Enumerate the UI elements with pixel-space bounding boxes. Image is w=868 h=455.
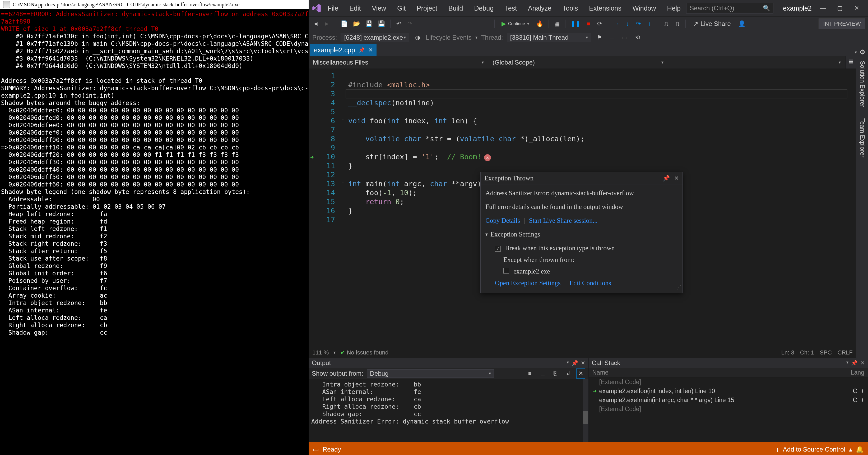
callstack-row[interactable]: [External Code] [589,404,868,414]
menu-extensions[interactable]: Extensions [586,3,624,14]
gear-icon[interactable]: ⚙ [860,49,865,56]
step-over-button[interactable]: ↷ [634,19,643,29]
process-dropdown[interactable]: [6248] example2.exe ▾ [341,33,409,42]
flag-icon[interactable]: ⚑ [595,32,604,42]
callstack-row[interactable]: [External Code] [589,377,868,387]
collapse-icon[interactable]: - [341,117,345,121]
copy-details-link[interactable]: Copy Details [486,217,520,224]
menu-debug[interactable]: Debug [472,3,496,14]
lifecycle-icon[interactable]: ◑ [413,32,422,42]
close-tab-icon[interactable]: ✕ [368,47,373,53]
collapse-icon[interactable]: - [341,180,345,184]
menu-tools[interactable]: Tools [560,3,581,14]
open-button[interactable]: 📂 [351,19,362,29]
break-when-row[interactable]: Break when this exception type is thrown [495,244,678,253]
pin-icon[interactable]: 📌 [663,174,670,183]
cursor-col[interactable]: Ch: 1 [800,349,814,356]
chevron-up-icon[interactable]: ▴ [849,446,852,453]
step-into-button[interactable]: ↓ [623,19,632,29]
save-button[interactable]: 💾 [364,19,374,29]
minimize-button[interactable]: — [815,3,831,13]
menu-test[interactable]: Test [502,3,520,14]
misc-icon[interactable]: ⎍ [662,19,671,29]
nav-member-dropdown[interactable]: ▾ [668,56,845,68]
add-source-control[interactable]: Add to Source Control [783,446,845,453]
feedback-icon[interactable]: 👤 [737,19,747,29]
undo-button[interactable]: ↶ [394,19,403,29]
exception-popup[interactable]: Exception Thrown 📌 ✕ Address Sanitizer E… [480,172,683,293]
indent-mode[interactable]: SPC [819,349,832,356]
issues-label[interactable]: No issues found [347,349,389,356]
nav-fwd-button[interactable]: ► [322,19,331,29]
int-preview-badge[interactable]: INT PREVIEW [818,19,865,29]
callstack-header[interactable]: Call Stack ▾ 📌 ✕ [589,358,868,368]
callstack-body[interactable]: [External Code] ➜ example2.exe!foo(int i… [589,377,868,442]
output-source-dropdown[interactable]: Debug ▾ [367,369,494,378]
close-icon[interactable]: ✕ [860,360,865,366]
misc-icon[interactable]: ⎍ [673,19,682,29]
except-item-row[interactable]: example2.exe [495,267,678,276]
solution-explorer-tab[interactable]: Solution Explorer [858,59,866,109]
callstack-row[interactable]: example2.exe!main(int argc, char * * arg… [589,396,868,404]
zoom-level[interactable]: 111 % [312,349,329,356]
menu-analyze[interactable]: Analyze [525,3,554,14]
chevron-down-icon[interactable]: ▾ [567,360,569,366]
checkbox-icon[interactable] [503,268,509,274]
nav-project-dropdown[interactable]: Miscellaneous Files ▾ [309,56,488,68]
close-icon[interactable]: ✕ [581,360,585,366]
output-header[interactable]: Output ▾ 📌 ✕ [309,358,588,368]
scrollbar[interactable] [583,379,588,442]
save-all-button[interactable]: 💾 [376,19,386,29]
menu-build[interactable]: Build [446,3,466,14]
layout-icon[interactable]: ▦ [553,19,561,29]
edit-conditions-link[interactable]: Edit Conditions [569,279,611,286]
cursor-line[interactable]: Ln: 3 [781,349,794,356]
resize-grip-icon[interactable]: ⋰ [676,283,681,292]
close-icon[interactable]: ✕ [674,174,679,183]
new-project-button[interactable]: 📄 [339,19,349,29]
nav-back-button[interactable]: ◄ [311,19,320,29]
doc-tab-example2[interactable]: example2.cpp 📌 ✕ [310,44,376,56]
close-button[interactable]: ✕ [848,3,865,13]
chevron-down-icon[interactable]: ▾ [334,350,336,355]
pin-icon[interactable]: 📌 [851,360,858,366]
line-ending[interactable]: CRLF [838,349,853,356]
scroll-thumb[interactable] [583,411,588,424]
start-live-share-link[interactable]: Start Live Share session... [529,217,598,224]
redo-button[interactable]: ↷ [405,19,414,29]
output-icon[interactable]: ⎘ [551,369,560,378]
menu-git[interactable]: Git [395,3,408,14]
tab-overflow-icon[interactable]: ▾ [855,50,857,55]
output-icon[interactable]: ≣ [538,369,547,378]
hot-reload-icon[interactable]: 🔥 [534,19,545,29]
team-explorer-tab[interactable]: Team Explorer [858,117,866,159]
open-exception-settings-link[interactable]: Open Exception Settings [495,279,561,286]
chevron-down-icon[interactable]: ▾ [475,35,477,40]
stack-frame-icon[interactable]: ▭ [608,32,617,42]
restart-button[interactable]: ⟳ [595,19,604,29]
menu-view[interactable]: View [369,3,389,14]
menu-project[interactable]: Project [414,3,440,14]
exception-settings-header[interactable]: ▾ Exception Settings [486,230,678,239]
stop-debug-button[interactable]: ■ [584,19,593,29]
callstack-columns[interactable]: Name Lang [589,368,868,377]
menu-file[interactable]: File [325,3,341,14]
error-indicator-icon[interactable]: ✕ [484,154,491,161]
console-body[interactable]: ==6248==ERROR: AddressSanitizer: dynamic… [0,9,309,455]
callstack-row[interactable]: ➜ example2.exe!foo(int index, int len) L… [589,387,868,396]
break-all-button[interactable]: ❚❚ [569,19,582,29]
thread-dropdown[interactable]: [38316] Main Thread ▾ [507,33,591,42]
stack-frame-icon[interactable]: ⟲ [633,32,642,42]
live-share-button[interactable]: ↗ Live Share [689,20,735,28]
search-input[interactable]: Search (Ctrl+Q) 🔍 [686,3,773,13]
step-out-button[interactable]: ↑ [645,19,654,29]
continue-button[interactable]: ▶ Continue ▾ [498,19,532,29]
titlebar[interactable]: File Edit View Git Project Build Debug T… [309,0,868,17]
pin-icon[interactable]: 📌 [359,47,365,53]
stack-frame-icon[interactable]: ▭ [620,32,629,42]
console-titlebar[interactable]: C:\MSDN\cpp-docs-pr\docs\c-language\ASAN… [0,0,309,9]
output-body[interactable]: Intra object redzone: bb ASan internal: … [309,379,588,442]
show-next-stmt-button[interactable]: → [612,19,621,29]
menu-edit[interactable]: Edit [347,3,363,14]
upload-icon[interactable]: ↑ [776,446,779,453]
